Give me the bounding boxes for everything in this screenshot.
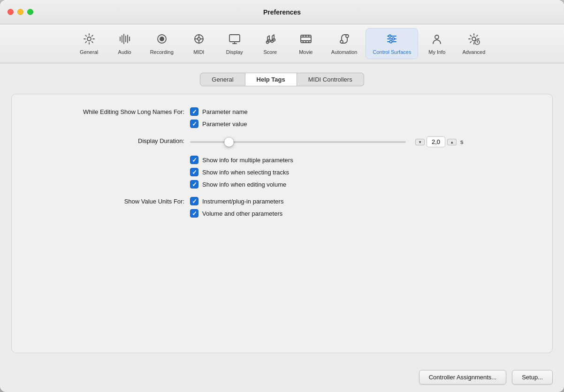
stepper-up-buttons: ▴ xyxy=(447,139,457,145)
slider-thumb[interactable] xyxy=(224,137,234,147)
while-editing-label: While Editing Show Long Names For: xyxy=(30,107,190,115)
checkmark-icon: ✓ xyxy=(192,109,197,115)
slider-area: ▾ 2,0 ▴ s xyxy=(190,136,464,147)
parameter-value-row: ✓ Parameter value xyxy=(190,120,248,128)
toolbar-item-automation[interactable]: Automation xyxy=(325,29,364,59)
toolbar-item-my-info[interactable]: My Info xyxy=(420,29,454,59)
toolbar-item-score[interactable]: Score xyxy=(253,29,287,59)
show-info-multiple-row: ✓ Show info for multiple parameters xyxy=(190,156,293,164)
maximize-button[interactable] xyxy=(27,9,33,15)
checkmark-icon: ✓ xyxy=(192,121,197,127)
toolbar-item-audio[interactable]: Audio xyxy=(108,29,142,59)
preferences-window: Preferences General Audio xyxy=(0,0,564,392)
show-info-selecting-row: ✓ Show info when selecting tracks xyxy=(190,168,293,176)
stepper-container: ▾ 2,0 ▴ s xyxy=(415,136,464,147)
bottom-bar: Controller Assignments... Setup... xyxy=(0,362,564,392)
while-editing-checkboxes: ✓ Parameter name ✓ Parameter value xyxy=(190,107,248,128)
titlebar: Preferences xyxy=(0,0,564,24)
movie-icon xyxy=(299,32,312,47)
toolbar-item-display[interactable]: Display xyxy=(218,29,252,59)
show-info-row: ✓ Show info for multiple parameters ✓ Sh… xyxy=(30,156,534,188)
show-value-units-row: Show Value Units For: ✓ Instrument/plug-… xyxy=(30,197,534,218)
svg-point-11 xyxy=(346,35,349,38)
toolbar-item-midi[interactable]: MIDI xyxy=(182,29,216,59)
svg-point-0 xyxy=(87,37,91,41)
settings-area: While Editing Show Long Names For: ✓ Par… xyxy=(30,107,534,218)
show-info-editing-row: ✓ Show info when editing volume xyxy=(190,180,293,188)
toolbar-item-movie[interactable]: Movie xyxy=(289,29,323,59)
stepper-up-button[interactable]: ▴ xyxy=(447,139,457,145)
stepper-value: 2,0 xyxy=(427,136,445,147)
parameter-name-label: Parameter name xyxy=(202,108,248,115)
toolbar-control-surfaces-label: Control Surfaces xyxy=(373,49,411,55)
show-info-checkboxes: ✓ Show info for multiple parameters ✓ Sh… xyxy=(190,156,293,188)
recording-icon xyxy=(155,32,168,47)
window-title: Preferences xyxy=(263,8,301,16)
control-surfaces-icon xyxy=(385,32,398,47)
traffic-lights xyxy=(8,9,33,15)
score-icon xyxy=(264,32,277,47)
show-info-selecting-checkbox[interactable]: ✓ xyxy=(190,168,198,176)
setup-button[interactable]: Setup... xyxy=(512,370,553,384)
toolbar-item-control-surfaces[interactable]: Control Surfaces xyxy=(366,28,418,59)
minimize-button[interactable] xyxy=(17,9,23,15)
show-info-selecting-label: Show info when selecting tracks xyxy=(202,169,289,176)
display-icon xyxy=(228,32,241,47)
toolbar: General Audio Recording xyxy=(0,24,564,63)
checkmark-icon: ✓ xyxy=(192,169,197,175)
show-value-units-label: Show Value Units For: xyxy=(30,197,190,205)
audio-icon xyxy=(118,32,131,47)
stepper-down-button[interactable]: ▾ xyxy=(415,139,425,145)
toolbar-score-label: Score xyxy=(263,49,277,55)
svg-point-2 xyxy=(160,37,164,41)
while-editing-row: While Editing Show Long Names For: ✓ Par… xyxy=(30,107,534,128)
parameter-value-checkbox[interactable]: ✓ xyxy=(190,120,198,128)
svg-point-7 xyxy=(268,40,270,42)
show-info-multiple-checkbox[interactable]: ✓ xyxy=(190,156,198,164)
display-duration-label: Display Duration: xyxy=(30,136,190,144)
toolbar-general-label: General xyxy=(80,49,98,55)
toolbar-recording-label: Recording xyxy=(150,49,174,55)
svg-rect-5 xyxy=(229,35,240,42)
svg-point-17 xyxy=(392,38,395,40)
volume-other-row: ✓ Volume and other parameters xyxy=(190,209,283,218)
parameter-name-checkbox[interactable]: ✓ xyxy=(190,107,198,116)
toolbar-item-general[interactable]: General xyxy=(72,29,106,59)
volume-other-checkbox[interactable]: ✓ xyxy=(190,209,198,218)
svg-point-20 xyxy=(472,37,476,41)
checkmark-icon: ✓ xyxy=(192,198,197,204)
toolbar-advanced-label: Advanced xyxy=(462,49,485,55)
checkmark-icon: ✓ xyxy=(192,157,197,163)
show-info-multiple-label: Show info for multiple parameters xyxy=(202,157,293,164)
toolbar-item-recording[interactable]: Recording xyxy=(144,29,180,59)
content-area: General Help Tags MIDI Controllers While… xyxy=(0,63,564,362)
subtab-bar: General Help Tags MIDI Controllers xyxy=(11,73,553,86)
toolbar-my-info-label: My Info xyxy=(428,49,445,55)
my-info-icon xyxy=(430,32,443,47)
svg-point-16 xyxy=(389,35,391,38)
checkmark-icon: ✓ xyxy=(192,211,197,217)
show-info-spacer xyxy=(30,156,190,157)
subtab-general[interactable]: General xyxy=(200,73,245,86)
controller-assignments-button[interactable]: Controller Assignments... xyxy=(419,370,507,384)
toolbar-item-advanced[interactable]: Advanced xyxy=(456,29,492,59)
instrument-plugin-row: ✓ Instrument/plug-in parameters xyxy=(190,197,283,205)
toolbar-movie-label: Movie xyxy=(299,49,312,55)
show-info-editing-checkbox[interactable]: ✓ xyxy=(190,180,198,188)
subtab-midi-controllers[interactable]: MIDI Controllers xyxy=(297,73,364,86)
duration-slider[interactable] xyxy=(190,141,406,143)
automation-icon xyxy=(338,32,351,47)
value-units-checkboxes: ✓ Instrument/plug-in parameters ✓ Volume… xyxy=(190,197,283,218)
volume-other-label: Volume and other parameters xyxy=(202,210,282,217)
unit-label: s xyxy=(460,138,464,145)
instrument-plugin-checkbox[interactable]: ✓ xyxy=(190,197,198,205)
stepper-buttons: ▾ xyxy=(415,139,425,145)
subtab-help-tags[interactable]: Help Tags xyxy=(245,73,297,86)
display-duration-row: Display Duration: ▾ 2,0 ▴ xyxy=(30,136,534,147)
advanced-icon xyxy=(467,32,480,47)
toolbar-automation-label: Automation xyxy=(331,49,358,55)
show-info-editing-label: Show info when editing volume xyxy=(202,181,286,188)
svg-point-18 xyxy=(390,41,392,43)
gear-icon xyxy=(83,32,96,47)
close-button[interactable] xyxy=(8,9,14,15)
